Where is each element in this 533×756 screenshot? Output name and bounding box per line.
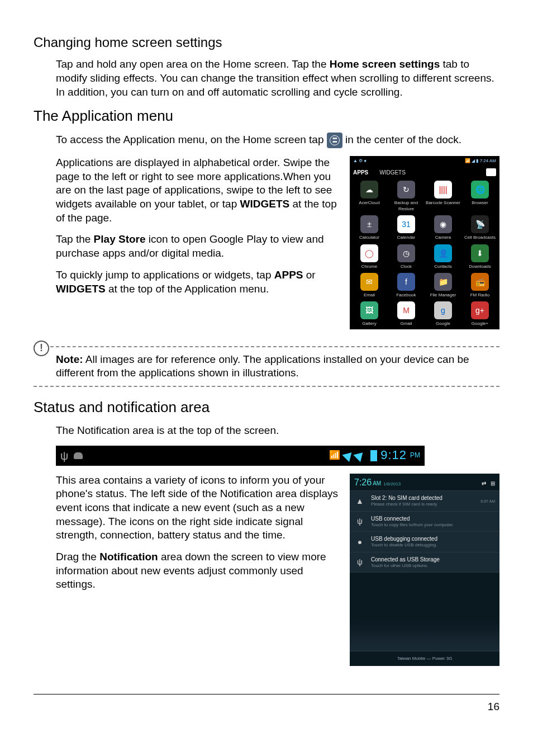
signal-icon-2: [354, 449, 367, 462]
text: To access the Application menu, on the H…: [56, 134, 327, 145]
app-item[interactable]: 31Calendar: [389, 215, 423, 240]
notif-row-icon: ▲: [354, 496, 365, 506]
app-item[interactable]: MGmail: [389, 301, 423, 327]
app-icon: 📻: [471, 273, 489, 291]
app-label: Calendar: [389, 235, 423, 240]
app-icon: 🖼: [360, 301, 378, 319]
tab-apps[interactable]: APPS: [353, 169, 368, 176]
screenshot-notification-panel: 7:26 AM 1/8/2013 ⇄ ⊞ ▲Slot 2: No SIM car…: [350, 474, 499, 667]
app-icon: 31: [397, 215, 415, 233]
notif-row[interactable]: ψUSB connectedTouch to copy files to/fro…: [350, 511, 499, 531]
bold-widgets: WIDGETS: [240, 198, 290, 210]
notif-row-icon: ψ: [354, 516, 365, 526]
app-label: Browser: [463, 200, 497, 206]
app-item[interactable]: ±Calculator: [352, 215, 387, 240]
app-item[interactable]: ◷Clock: [389, 244, 423, 270]
bold-apps: APPS: [274, 269, 303, 281]
notif-date: 1/8/2013: [383, 481, 401, 487]
text: Tap the: [56, 233, 94, 245]
camera-icon[interactable]: [486, 168, 496, 176]
app-icon: g+: [471, 301, 489, 319]
notif-row-title: USB debugging connected: [371, 535, 489, 542]
notif-body-empty: [350, 572, 499, 651]
app-item[interactable]: 📡Cell Broadcasts: [463, 215, 497, 240]
app-label: FM Radio: [463, 292, 497, 298]
note-icon: !: [34, 341, 49, 356]
app-icon: ◯: [360, 244, 378, 262]
status-left-icons: ▲ ⚙ ●: [353, 158, 367, 164]
battery-icon: [370, 450, 377, 461]
app-item[interactable]: 🖼Gallery: [352, 301, 387, 327]
para-status-1: The Notification area is at the top of t…: [56, 424, 499, 438]
notif-ampm: AM: [373, 480, 381, 487]
app-icon: ◷: [397, 244, 415, 262]
text: at the top of the Application menu.: [106, 283, 269, 295]
heading-status-area: Status and notification area: [34, 398, 499, 417]
app-item[interactable]: ✉Email: [352, 273, 387, 298]
status-time: 9:12: [380, 447, 407, 464]
app-item[interactable]: 📻FM Radio: [463, 273, 497, 298]
app-label: Backup and Restore: [389, 200, 423, 212]
app-item[interactable]: gGoogle: [426, 301, 460, 327]
app-icon: 🌐: [471, 181, 489, 199]
app-item[interactable]: g+Google+: [463, 301, 497, 327]
page-number: 16: [34, 700, 499, 714]
app-item[interactable]: ◯Chrome: [352, 244, 387, 270]
notif-row-subtitle: Touch for other USB options.: [371, 563, 489, 569]
app-label: Chrome: [352, 264, 387, 270]
status-right-icons: 📶 ◢ ▮ 7:24 AM: [465, 158, 496, 164]
notif-row-text: Connected as USB StorageTouch for other …: [371, 556, 489, 569]
app-item[interactable]: fFacebook: [389, 273, 423, 298]
app-icon: ↻: [397, 181, 415, 199]
text: Tap and hold any open area on the Home s…: [56, 58, 330, 70]
app-item[interactable]: ↻Backup and Restore: [389, 181, 423, 212]
app-item[interactable]: 📁File Manager: [426, 273, 460, 298]
app-icon: 📡: [471, 215, 489, 233]
app-item[interactable]: ☁AcerCloud: [352, 181, 387, 212]
app-label: Google: [426, 321, 460, 327]
grid-icon[interactable]: ⊞: [491, 480, 495, 487]
notif-row[interactable]: ψConnected as USB StorageTouch for other…: [350, 552, 499, 572]
bold-notification: Notification: [99, 551, 158, 563]
notif-row-title: Connected as USB Storage: [371, 556, 489, 563]
app-label: Calculator: [352, 235, 387, 240]
notif-row-text: USB debugging connectedTouch to disable …: [371, 535, 489, 548]
app-item[interactable]: 🌐Browser: [463, 181, 497, 212]
app-item[interactable]: ||||Barcode Scanner: [426, 181, 460, 212]
app-icon: ◉: [434, 215, 452, 233]
text: or: [303, 269, 316, 281]
settings-toggle-icon[interactable]: ⇄: [482, 480, 486, 487]
notif-row-time: 6:07 AM: [480, 499, 495, 504]
wifi-icon: 📶: [329, 450, 340, 461]
app-item[interactable]: ⬇Downloads: [463, 244, 497, 270]
bold-home-screen-settings: Home screen settings: [330, 58, 440, 70]
note-label: Note:: [56, 353, 83, 365]
note-text: All images are for reference only. The a…: [56, 353, 469, 379]
app-item[interactable]: ◉Camera: [426, 215, 460, 240]
notif-row-icon: ●: [354, 537, 365, 547]
app-icon: ±: [360, 215, 378, 233]
notif-row-icon: ψ: [354, 557, 365, 567]
tab-widgets[interactable]: WIDGETS: [379, 169, 406, 176]
status-time-suffix: PM: [410, 451, 420, 460]
page-rule: [34, 694, 499, 694]
heading-app-menu: The Application menu: [34, 107, 499, 126]
notif-time: 7:26: [354, 477, 372, 489]
notif-row-text: Slot 2: No SIM card detectedPlease check…: [371, 494, 475, 507]
app-icon: 📁: [434, 273, 452, 291]
app-label: Cell Broadcasts: [463, 235, 497, 240]
notif-row[interactable]: ▲Slot 2: No SIM card detectedPlease chec…: [350, 490, 499, 511]
text: in the center of the dock.: [345, 134, 461, 145]
note-box: ! Note: All images are for reference onl…: [34, 346, 499, 387]
app-label: File Manager: [426, 292, 460, 298]
app-label: Camera: [426, 235, 460, 240]
bold-widgets-2: WIDGETS: [56, 283, 106, 295]
android-icon: [74, 452, 83, 459]
notif-row-title: Slot 2: No SIM card detected: [371, 494, 475, 502]
app-item[interactable]: 👤Contacts: [426, 244, 460, 270]
heading-changing-home: Changing home screen settings: [34, 34, 499, 51]
notif-row[interactable]: ●USB debugging connectedTouch to disable…: [350, 531, 499, 551]
app-icon: ⬇: [471, 244, 489, 262]
app-label: Downloads: [463, 264, 497, 270]
app-label: Gallery: [352, 321, 387, 327]
